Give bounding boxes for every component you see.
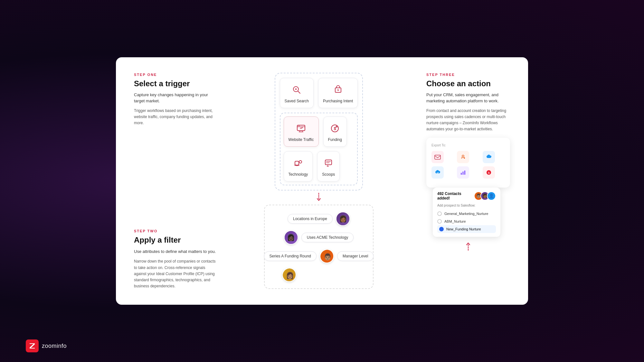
contact-avatar-3: 👤 <box>487 191 496 200</box>
footer: zoominfo <box>26 339 67 352</box>
avatar-4: 👩🏽 <box>282 268 296 282</box>
step-two-subtitle: Use attributes to define what matters to… <box>134 249 218 255</box>
svg-rect-23 <box>435 155 440 159</box>
svg-rect-31 <box>463 172 464 175</box>
contacts-added-header: 492 Contacts added! 👨🏽 👩🏾 👤 <box>437 191 496 200</box>
svg-point-24 <box>462 155 464 157</box>
step-three-label: STEP THREE <box>426 73 510 77</box>
step-two-label: STEP TWO <box>134 229 218 233</box>
filter-funding-chip[interactable]: Series A Funding Round <box>264 251 317 261</box>
salesflow-option-1-label: General_Marketing_Nurture <box>444 212 488 216</box>
trigger-group-border: Saved Search Purchasing Intent <box>275 73 363 190</box>
salesforce-action-icon[interactable] <box>483 151 495 163</box>
svg-text:S: S <box>488 171 490 174</box>
purchasing-intent-icon <box>332 84 344 96</box>
trigger-row-2: Website Traffic $ <box>284 116 354 147</box>
technology-icon <box>292 157 304 169</box>
avatar-1: 👩🏾 <box>336 212 350 226</box>
main-card: STEP ONE Select a trigger Capture key ch… <box>116 57 528 305</box>
svg-point-5 <box>337 89 339 91</box>
footer-brand-name: zoominfo <box>42 343 67 349</box>
action-icons-grid: sf S <box>431 151 505 179</box>
filter-locations-chip[interactable]: Locations in Europe <box>288 214 333 224</box>
trigger-saved-search[interactable]: Saved Search <box>280 78 314 108</box>
filter-row-2: 👩🏿 Uses ACME Technology <box>272 230 365 245</box>
contacts-added-title: 492 Contacts added! <box>437 191 474 200</box>
salesflow-option-3-label: New_Funding Nurture <box>446 227 481 231</box>
trigger-row-3: Technology <box>284 151 354 181</box>
avatar-2: 👩🏿 <box>284 230 298 245</box>
left-column: STEP ONE Select a trigger Capture key ch… <box>134 73 224 290</box>
radio-3[interactable] <box>439 227 444 231</box>
radio-1[interactable] <box>437 211 442 216</box>
filter-manager-chip[interactable]: Manager Level <box>337 251 374 261</box>
trigger-website-traffic[interactable]: Website Traffic <box>284 116 319 147</box>
technology-label: Technology <box>289 172 308 177</box>
salesflow-label: Add prospect to Salesflow: <box>437 204 496 207</box>
analytics-action-icon[interactable] <box>457 166 469 179</box>
trigger-funding[interactable]: $ Funding <box>323 116 347 147</box>
avatar-3: 👨🏽 <box>320 249 334 263</box>
step-one-section: STEP ONE Select a trigger Capture key ch… <box>134 73 218 126</box>
svg-point-11 <box>298 125 299 126</box>
purchasing-intent-label: Purchasing Intent <box>323 99 353 103</box>
salesflow-option-2-label: ABM_Nurture <box>444 219 466 223</box>
website-traffic-icon <box>295 123 307 134</box>
radio-2[interactable] <box>437 219 442 224</box>
step-two-desc: Narrow down the pool of companies or con… <box>134 258 218 289</box>
svg-point-12 <box>299 125 300 126</box>
funding-icon: $ <box>329 123 341 134</box>
step-two-section: STEP TWO Apply a filter Use attributes t… <box>134 229 218 289</box>
salesflow-option-2[interactable]: ABM_Nurture <box>437 218 496 225</box>
svg-rect-18 <box>325 160 332 165</box>
website-traffic-label: Website Traffic <box>289 137 314 142</box>
trigger-scoops[interactable]: Scoops <box>317 151 340 181</box>
center-column: Saved Search Purchasing Intent <box>224 73 413 290</box>
salesflow-option-3[interactable]: New_Funding Nurture <box>437 225 496 233</box>
contacts-added-container: 492 Contacts added! 👨🏽 👩🏾 👤 Add prospect… <box>426 188 510 237</box>
salesforce2-action-icon[interactable]: sf <box>431 166 444 179</box>
svg-line-28 <box>462 157 463 158</box>
filter-acme-chip[interactable]: Uses ACME Technology <box>301 233 354 242</box>
step-one-title: Select a trigger <box>134 79 218 88</box>
contact-avatars: 👨🏽 👩🏾 👤 <box>474 191 496 200</box>
right-column: STEP THREE Choose an action Put your CRM… <box>413 73 510 290</box>
contacts-added-banner: 492 Contacts added! 👨🏽 👩🏾 👤 Add prospect… <box>433 188 500 237</box>
filter-row-3: Series A Funding Round 👨🏽 Manager Level <box>272 249 365 263</box>
scoops-label: Scoops <box>322 172 335 177</box>
action-card-title: Export To: <box>431 144 505 147</box>
email-action-icon[interactable] <box>431 151 444 163</box>
step-three-title: Choose an action <box>426 79 510 88</box>
step-three-section: STEP THREE Choose an action Put your CRM… <box>426 73 510 133</box>
action-card: Export To: <box>426 138 510 188</box>
svg-line-27 <box>463 157 464 158</box>
zoominfo-logo <box>26 339 39 352</box>
trigger-area: Saved Search Purchasing Intent <box>275 73 363 190</box>
inner-trigger-border: Website Traffic $ <box>280 113 358 185</box>
svg-rect-32 <box>464 171 465 175</box>
svg-line-1 <box>298 91 300 93</box>
step-three-desc: From contact and account creation to tar… <box>426 108 510 133</box>
scoops-icon <box>323 157 334 169</box>
svg-point-16 <box>299 161 302 163</box>
trigger-purchasing-intent[interactable]: Purchasing Intent <box>318 78 358 108</box>
arrow-up <box>426 242 510 251</box>
step-one-label: STEP ONE <box>134 73 218 77</box>
saved-search-label: Saved Search <box>285 99 309 103</box>
hubspot-action-icon[interactable] <box>457 151 469 163</box>
svg-text:sf: sf <box>437 172 439 174</box>
arrow-down <box>316 192 322 201</box>
funding-label: Funding <box>328 137 342 142</box>
svg-rect-30 <box>461 173 462 175</box>
trigger-technology[interactable]: Technology <box>284 151 313 181</box>
filter-row-1: Locations in Europe 👩🏾 <box>272 212 365 226</box>
svg-rect-15 <box>295 161 299 165</box>
outreach-action-icon[interactable]: S <box>483 166 495 179</box>
step-two-title: Apply a filter <box>134 236 218 245</box>
salesflow-option-1[interactable]: General_Marketing_Nurture <box>437 210 496 218</box>
trigger-row-1: Saved Search Purchasing Intent <box>280 78 358 108</box>
step-one-desc: Trigger workflows based on purchasing in… <box>134 108 218 126</box>
saved-search-icon <box>291 84 302 96</box>
filter-row-4: 👩🏽 <box>272 268 365 282</box>
filter-section: Locations in Europe 👩🏾 👩🏿 Uses ACME Tech… <box>264 205 374 289</box>
